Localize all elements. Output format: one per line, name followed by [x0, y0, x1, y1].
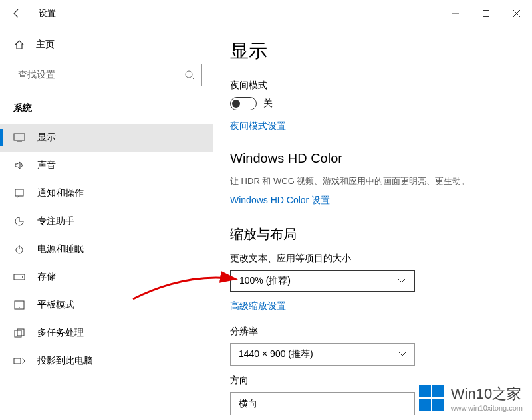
- watermark-text: Win10之家: [451, 384, 523, 404]
- scale-dropdown[interactable]: 100% (推荐): [230, 270, 415, 292]
- notifications-icon: [13, 188, 25, 199]
- hd-color-heading: Windows HD Color: [230, 151, 512, 166]
- sidebar-item-label: 投影到此电脑: [37, 355, 93, 367]
- sidebar-item-tablet[interactable]: 平板模式: [0, 291, 213, 319]
- main-content: 显示 夜间模式 关 夜间模式设置 Windows HD Color 让 HDR …: [213, 27, 532, 420]
- sidebar: 主页 查找设置 系统 显示 声音 通知和操作 专注助手 电源和睡眠: [0, 27, 213, 420]
- window-title: 设置: [39, 7, 56, 19]
- chevron-down-icon: [398, 352, 406, 357]
- sidebar-item-notifications[interactable]: 通知和操作: [0, 179, 213, 207]
- night-light-state: 关: [263, 98, 273, 110]
- home-link[interactable]: 主页: [0, 33, 213, 56]
- close-button[interactable]: [501, 0, 532, 27]
- sidebar-item-label: 声音: [37, 159, 56, 171]
- sidebar-item-sound[interactable]: 声音: [0, 152, 213, 179]
- search-placeholder: 查找设置: [18, 69, 55, 81]
- display-icon: [13, 133, 25, 142]
- sidebar-item-display[interactable]: 显示: [0, 124, 213, 152]
- svg-point-2: [186, 71, 192, 78]
- watermark: Win10之家 www.win10xitong.com: [419, 384, 523, 412]
- page-title: 显示: [230, 39, 512, 64]
- sidebar-item-label: 专注助手: [37, 215, 74, 227]
- search-icon: [184, 70, 195, 80]
- sidebar-item-project[interactable]: 投影到此电脑: [0, 347, 213, 375]
- sidebar-item-label: 多任务处理: [37, 327, 84, 339]
- svg-point-12: [19, 307, 20, 308]
- windows-logo-icon: [419, 385, 444, 411]
- hd-color-desc: 让 HDR 和 WCG 视频、游戏和应用中的画面更明亮、更生动。: [230, 175, 512, 187]
- sidebar-item-label: 平板模式: [37, 299, 74, 311]
- toggle-knob: [232, 100, 240, 108]
- resolution-value: 1440 × 900 (推荐): [239, 348, 313, 360]
- sidebar-item-power[interactable]: 电源和睡眠: [0, 235, 213, 263]
- svg-rect-6: [15, 189, 23, 196]
- power-icon: [13, 244, 25, 255]
- back-button[interactable]: [0, 0, 33, 27]
- multitask-icon: [13, 328, 25, 338]
- home-icon: [13, 39, 25, 50]
- sidebar-item-label: 显示: [37, 132, 56, 144]
- maximize-button[interactable]: [471, 0, 501, 27]
- sidebar-item-storage[interactable]: 存储: [0, 263, 213, 291]
- svg-rect-4: [14, 134, 25, 140]
- scale-field-label: 更改文本、应用等项目的大小: [230, 253, 512, 264]
- resolution-label: 分辨率: [230, 326, 512, 338]
- home-label: 主页: [36, 39, 55, 51]
- focus-icon: [13, 216, 25, 227]
- night-light-settings-link[interactable]: 夜间模式设置: [230, 120, 286, 132]
- chevron-down-icon: [398, 278, 406, 284]
- storage-icon: [13, 274, 25, 280]
- search-input[interactable]: 查找设置: [11, 64, 202, 86]
- svg-line-3: [192, 77, 194, 80]
- sidebar-item-multitask[interactable]: 多任务处理: [0, 319, 213, 347]
- tablet-icon: [13, 300, 25, 310]
- orientation-value: 横向: [239, 398, 257, 410]
- orientation-dropdown[interactable]: 横向: [230, 392, 415, 415]
- sound-icon: [13, 160, 25, 171]
- minimize-button[interactable]: [440, 0, 471, 27]
- svg-rect-15: [14, 358, 21, 364]
- section-label: 系统: [0, 97, 213, 124]
- sidebar-item-focus[interactable]: 专注助手: [0, 207, 213, 235]
- hd-color-link[interactable]: Windows HD Color 设置: [230, 195, 330, 207]
- night-light-toggle[interactable]: [230, 97, 257, 110]
- scale-value: 100% (推荐): [239, 275, 291, 287]
- svg-rect-1: [483, 11, 489, 17]
- resolution-dropdown[interactable]: 1440 × 900 (推荐): [230, 343, 415, 366]
- sidebar-item-label: 存储: [37, 271, 56, 283]
- sidebar-item-label: 通知和操作: [37, 187, 84, 199]
- svg-point-10: [22, 276, 23, 278]
- scale-heading: 缩放与布局: [230, 225, 512, 243]
- sidebar-item-label: 电源和睡眠: [37, 243, 84, 255]
- night-light-label: 夜间模式: [230, 80, 512, 92]
- watermark-url: www.win10xitong.com: [451, 404, 523, 412]
- project-icon: [13, 356, 25, 366]
- advanced-scale-link[interactable]: 高级缩放设置: [230, 300, 286, 312]
